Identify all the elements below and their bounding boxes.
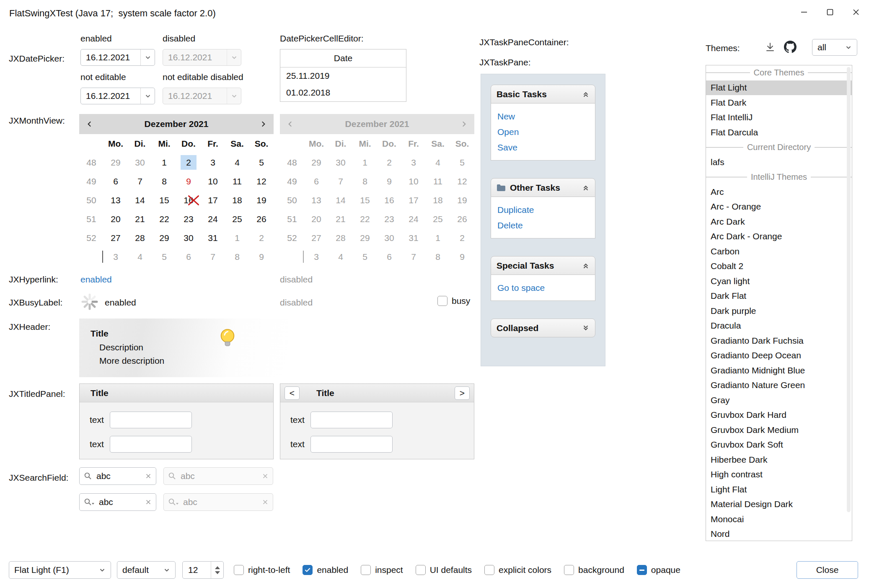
spinner-up-icon[interactable] [215, 566, 220, 569]
day-cell[interactable]: 3 [201, 153, 225, 172]
theme-list-item[interactable]: Flat Darcula [706, 125, 852, 140]
day-cell[interactable]: 16 [176, 191, 201, 210]
search-field[interactable]: abc [79, 467, 156, 485]
taskpane-action[interactable]: New [497, 109, 589, 124]
checkbox[interactable] [361, 565, 371, 575]
search-input[interactable]: abc [96, 471, 141, 481]
taskpane-action[interactable]: Open [497, 124, 589, 140]
expand-icon[interactable] [582, 324, 590, 332]
theme-list-item[interactable]: Cyan light [706, 274, 852, 289]
minimize-button[interactable] [791, 0, 817, 26]
day-cell[interactable]: 14 [128, 191, 152, 210]
theme-list-item[interactable]: Gruvbox Dark Medium [706, 422, 852, 438]
day-cell[interactable]: 4 [225, 153, 249, 172]
theme-list-item[interactable]: Flat Dark [706, 95, 852, 110]
day-cell[interactable]: 21 [128, 210, 152, 228]
day-cell[interactable]: 19 [249, 191, 274, 210]
theme-list-item[interactable]: Hiberbee Dark [706, 452, 852, 467]
checkbox[interactable] [416, 565, 426, 575]
day-cell[interactable]: 8 [225, 247, 249, 266]
font-combo[interactable]: default [117, 561, 176, 579]
taskpane-action[interactable]: Duplicate [497, 202, 589, 218]
theme-list-item[interactable]: Dark Flat [706, 289, 852, 304]
font-size-spinner[interactable]: 12 [182, 561, 224, 579]
theme-list-item[interactable]: Arc Dark - Orange [706, 229, 852, 244]
prev-month-icon[interactable] [86, 120, 93, 128]
search-field-with-menu[interactable]: abc [79, 493, 156, 511]
theme-list-item[interactable]: Gruvbox Dark Hard [706, 408, 852, 423]
day-cell[interactable]: 25 [225, 210, 249, 228]
day-cell[interactable]: 2 [249, 228, 274, 247]
day-cell[interactable]: 1 [152, 153, 176, 172]
day-cell[interactable]: 5 [152, 247, 176, 266]
theme-list-item[interactable]: High contrast [706, 467, 852, 482]
search-input[interactable]: abc [99, 497, 141, 507]
day-cell[interactable]: 31 [201, 228, 225, 247]
datepicker-value[interactable]: 16.12.2021 [81, 52, 140, 62]
day-cell[interactable]: 6 [176, 247, 201, 266]
day-cell[interactable]: 10 [201, 172, 225, 191]
day-cell[interactable]: 9 [176, 172, 201, 191]
theme-list-item[interactable]: Arc - Orange [706, 199, 852, 215]
datepicker-enabled[interactable]: 16.12.2021 [80, 49, 155, 66]
day-cell[interactable]: 30 [128, 153, 152, 172]
next-month-icon[interactable] [259, 120, 267, 128]
day-cell[interactable]: 13 [103, 191, 128, 210]
day-cell[interactable]: 1 [225, 228, 249, 247]
day-cell[interactable]: 23 [176, 210, 201, 228]
clear-icon[interactable] [145, 499, 152, 505]
checkbox[interactable] [303, 565, 313, 575]
checkbox[interactable] [234, 565, 244, 575]
theme-list-item[interactable]: Gradianto Nature Green [706, 378, 852, 393]
taskpane-action[interactable]: Go to space [497, 280, 589, 295]
theme-list-item[interactable]: Nord [706, 527, 852, 541]
checkbox-opaque[interactable]: opaque [637, 565, 680, 575]
prev-button[interactable]: < [284, 386, 300, 400]
theme-list-item[interactable]: Carbon [706, 244, 852, 259]
theme-list-item[interactable]: Light Flat [706, 482, 852, 497]
theme-list-item[interactable]: Cobalt 2 [706, 259, 852, 274]
table-row[interactable]: 25.11.2019 [280, 67, 406, 84]
day-cell[interactable]: 15 [152, 191, 176, 210]
spinner-down-icon[interactable] [215, 571, 220, 574]
table-row[interactable]: 01.02.2018 [280, 84, 406, 101]
theme-list-item[interactable]: Flat IntelliJ [706, 110, 852, 125]
maximize-button[interactable] [817, 0, 843, 26]
theme-list-item[interactable]: Gradianto Dark Fuchsia [706, 333, 852, 348]
taskpane-header[interactable]: Basic Tasks [491, 85, 595, 104]
day-cell[interactable]: 2 [176, 153, 201, 172]
collapse-icon[interactable] [582, 262, 590, 269]
theme-list-item[interactable]: Dark purple [706, 303, 852, 319]
datepicker-dropdown-button[interactable] [140, 88, 155, 104]
checkbox[interactable] [437, 296, 447, 306]
checkbox[interactable] [484, 565, 494, 575]
day-cell[interactable]: 22 [152, 210, 176, 228]
github-icon[interactable] [783, 40, 797, 54]
day-cell[interactable]: 4 [128, 247, 152, 266]
checkbox-right-to-left[interactable]: right-to-left [234, 565, 290, 575]
checkbox[interactable] [564, 565, 574, 575]
text-input[interactable] [110, 436, 192, 453]
close-window-button[interactable] [843, 0, 869, 26]
theme-list-item[interactable]: Gruvbox Dark Soft [706, 438, 852, 453]
checkbox-background[interactable]: background [564, 565, 624, 575]
datepicker-dropdown-button[interactable] [140, 49, 155, 65]
day-cell[interactable]: 5 [249, 153, 274, 172]
day-cell[interactable]: 29 [103, 153, 128, 172]
checkbox-ui-defaults[interactable]: UI defaults [416, 565, 472, 575]
checkbox-busy[interactable]: busy [437, 296, 470, 306]
day-cell[interactable]: 18 [225, 191, 249, 210]
day-cell[interactable]: 24 [201, 210, 225, 228]
day-cell[interactable]: 7 [128, 172, 152, 191]
taskpane-header[interactable]: Collapsed [491, 319, 595, 337]
theme-list-item[interactable]: Dracula [706, 319, 852, 334]
theme-list-item[interactable]: Gradianto Midnight Blue [706, 363, 852, 378]
theme-list-item[interactable]: Monocai [706, 512, 852, 527]
search-menu-icon[interactable] [84, 498, 95, 506]
spinner-value[interactable]: 12 [183, 565, 211, 575]
theme-list-item[interactable]: Gradianto Deep Ocean [706, 348, 852, 363]
theme-list-item[interactable]: Arc [706, 184, 852, 199]
collapse-icon[interactable] [582, 184, 590, 192]
taskpane-action[interactable]: Save [497, 140, 589, 155]
collapse-icon[interactable] [582, 91, 590, 98]
